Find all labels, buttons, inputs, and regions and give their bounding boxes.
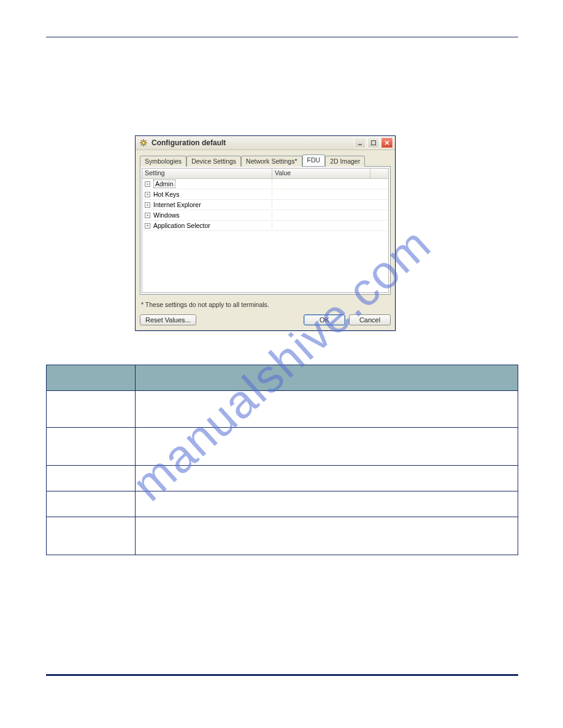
expand-icon[interactable]: +	[145, 192, 150, 197]
table-row	[47, 391, 518, 428]
row-label: Admin	[153, 180, 175, 188]
row-label: Application Selector	[153, 222, 210, 229]
dialog-title: Configuration default	[151, 138, 353, 147]
footnote: * These settings do not apply to all ter…	[141, 301, 391, 308]
titlebar: Configuration default	[136, 136, 395, 150]
tab-device-settings[interactable]: Device Settings	[186, 156, 241, 167]
expand-icon[interactable]: +	[145, 181, 150, 187]
row-internet-explorer[interactable]: + Internet Explorer	[142, 200, 388, 210]
dialog-buttons: Reset Values... OK Cancel	[140, 314, 391, 325]
tab-2d-imager[interactable]: 2D Imager	[325, 156, 365, 167]
svg-rect-11	[372, 141, 376, 145]
svg-line-5	[141, 140, 142, 142]
cancel-button[interactable]: Cancel	[349, 314, 391, 325]
doc-table	[46, 365, 518, 555]
dialog-body: Symbologies Device Settings Network Sett…	[136, 150, 395, 330]
expand-icon[interactable]: +	[145, 213, 150, 218]
bottom-rule	[46, 674, 518, 676]
svg-line-8	[145, 140, 147, 142]
row-label: Hot Keys	[153, 191, 180, 198]
ok-button[interactable]: OK	[304, 314, 345, 325]
expand-icon[interactable]: +	[145, 202, 150, 208]
row-label: Internet Explorer	[153, 201, 201, 208]
row-application-selector[interactable]: + Application Selector	[142, 221, 388, 231]
row-label: Windows	[153, 211, 180, 219]
minimize-button[interactable]	[354, 137, 366, 148]
tab-symbologies[interactable]: Symbologies	[140, 156, 186, 167]
gear-icon	[139, 138, 148, 148]
tab-panel: Setting Value + Admin +	[140, 166, 391, 295]
column-setting[interactable]: Setting	[142, 169, 272, 178]
table-row	[47, 517, 518, 555]
tab-network-settings[interactable]: Network Settings*	[241, 156, 302, 167]
top-rule	[46, 37, 518, 37]
table-header-a	[47, 365, 136, 391]
tab-fdu[interactable]: FDU	[302, 154, 326, 166]
close-button[interactable]	[381, 137, 393, 148]
tabstrip: Symbologies Device Settings Network Sett…	[140, 154, 391, 166]
table-header-b	[136, 365, 518, 391]
table-row	[47, 491, 518, 517]
row-admin[interactable]: + Admin	[142, 179, 388, 189]
svg-line-6	[145, 145, 147, 146]
row-hotkeys[interactable]: + Hot Keys	[142, 189, 388, 200]
config-dialog: Configuration default Symbologies Device…	[135, 135, 396, 331]
grid-header: Setting Value	[142, 169, 388, 179]
column-spacer	[370, 169, 388, 178]
column-value[interactable]: Value	[272, 169, 370, 178]
svg-line-7	[141, 145, 142, 146]
row-windows[interactable]: + Windows	[142, 210, 388, 221]
svg-rect-10	[358, 144, 362, 145]
maximize-button[interactable]	[367, 137, 380, 148]
svg-point-9	[143, 142, 144, 143]
reset-values-button[interactable]: Reset Values...	[140, 314, 196, 325]
table-row	[47, 428, 518, 466]
expand-icon[interactable]: +	[145, 223, 150, 229]
table-row	[47, 466, 518, 491]
settings-grid: Setting Value + Admin +	[142, 168, 389, 293]
